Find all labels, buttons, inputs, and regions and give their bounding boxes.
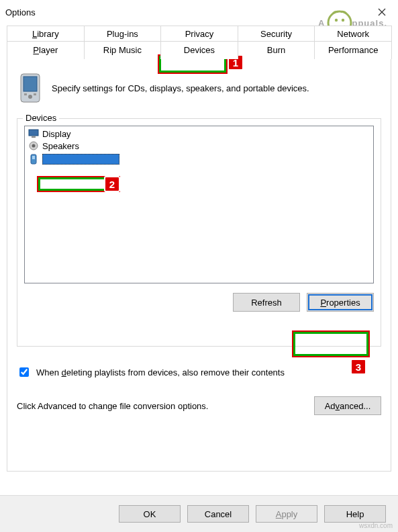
tab-player[interactable]: Player <box>7 41 85 59</box>
refresh-button[interactable]: Refresh <box>233 293 300 312</box>
close-button[interactable] <box>371 4 393 20</box>
svg-rect-6 <box>23 77 37 91</box>
tab-rip-music[interactable]: Rip Music <box>84 41 162 59</box>
svg-rect-15 <box>32 156 35 159</box>
device-list[interactable]: Display Speakers <box>24 126 374 283</box>
advanced-button[interactable]: Advanced... <box>314 396 381 415</box>
monitor-icon <box>28 128 40 139</box>
dialog-footer: OK Cancel Apply Help <box>0 495 398 532</box>
devices-fieldset: Devices Display Speakers Refresh Propert… <box>17 118 381 347</box>
speaker-icon <box>28 140 40 151</box>
device-item-display[interactable]: Display <box>26 128 372 140</box>
tab-security[interactable]: Security <box>238 26 315 42</box>
device-label: Display <box>42 129 71 139</box>
svg-point-13 <box>32 144 36 148</box>
svg-rect-9 <box>34 93 36 95</box>
device-item-portable[interactable] <box>26 153 372 165</box>
device-item-speakers[interactable]: Speakers <box>26 140 372 152</box>
svg-rect-11 <box>32 136 36 138</box>
svg-point-7 <box>28 95 32 99</box>
selected-device-highlight <box>42 154 119 165</box>
tab-plugins[interactable]: Plug-ins <box>84 26 162 42</box>
tab-network[interactable]: Network <box>314 26 392 42</box>
apply-button: Apply <box>256 505 317 523</box>
svg-rect-8 <box>24 93 27 95</box>
tab-privacy[interactable]: Privacy <box>160 26 238 42</box>
delete-playlists-checkbox[interactable] <box>19 367 29 377</box>
svg-rect-10 <box>29 130 38 136</box>
ok-button[interactable]: OK <box>119 505 181 523</box>
checkbox-label[interactable]: When deleting playlists from devices, al… <box>36 367 285 378</box>
cancel-button[interactable]: Cancel <box>187 505 249 523</box>
portable-device-icon <box>28 154 40 165</box>
tab-library[interactable]: Library <box>7 26 85 42</box>
help-button[interactable]: Help <box>324 505 386 523</box>
attribution-text: wsxdn.com <box>359 522 393 529</box>
window-title: Options <box>5 7 371 17</box>
description-text: Specify settings for CDs, displays, spea… <box>52 83 309 93</box>
properties-button[interactable]: Properties <box>307 293 374 312</box>
fieldset-label: Devices <box>23 113 59 123</box>
tab-devices[interactable]: Devices <box>160 41 238 59</box>
tab-burn[interactable]: Burn <box>238 41 315 59</box>
tab-performance[interactable]: Performance <box>314 41 392 59</box>
pda-icon <box>17 71 44 105</box>
close-icon <box>378 8 386 16</box>
device-label: Speakers <box>42 141 79 151</box>
advanced-description: Click Advanced to change file conversion… <box>17 401 208 411</box>
